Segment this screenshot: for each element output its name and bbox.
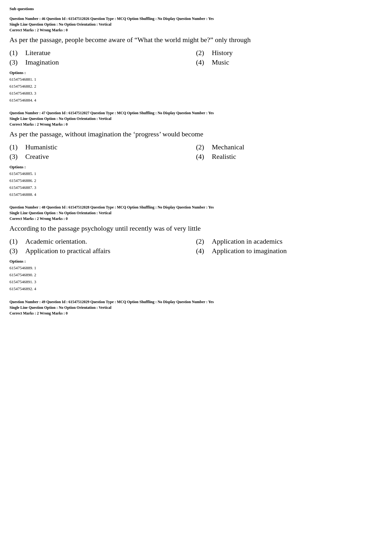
option-ids-q47: 61547546885. 161547546886. 261547546887.… bbox=[9, 170, 383, 198]
question-meta-q48: Question Number : 48 Question Id : 61547… bbox=[9, 204, 383, 216]
option-text-q48-2: Application to practical affairs bbox=[25, 247, 110, 255]
options-label-q47: Options : bbox=[9, 165, 383, 170]
option-num-q48-1: (2) bbox=[196, 237, 205, 246]
option-text-q47-1: Mechanical bbox=[212, 143, 244, 151]
page-header: Sub questions bbox=[9, 6, 383, 11]
option-item-q46-0: (1)Literatue bbox=[9, 49, 196, 57]
question-meta-q49: Question Number : 49 Question Id : 61547… bbox=[9, 299, 383, 310]
question-text-q46: As per the passage, people become aware … bbox=[9, 35, 383, 45]
options-grid-q46: (1)Literatue(2)History(3)Imagination(4)M… bbox=[9, 49, 383, 66]
option-text-q47-0: Humanistic bbox=[25, 143, 57, 151]
option-item-q47-3: (4)Realistic bbox=[196, 153, 383, 161]
options-label-q46: Options : bbox=[9, 70, 383, 75]
option-text-q48-1: Application in academics bbox=[212, 237, 283, 246]
option-item-q47-1: (2)Mechanical bbox=[196, 143, 383, 151]
options-grid-q48: (1)Academic orientation.(2)Application i… bbox=[9, 237, 383, 255]
option-num-q48-0: (1) bbox=[9, 237, 19, 246]
option-text-q46-0: Literatue bbox=[25, 49, 50, 57]
option-num-q46-1: (2) bbox=[196, 49, 205, 57]
options-label-q48: Options : bbox=[9, 259, 383, 264]
option-num-q47-3: (4) bbox=[196, 153, 205, 161]
question-meta-q46: Question Number : 46 Question Id : 61547… bbox=[9, 16, 383, 27]
option-item-q48-1: (2)Application in academics bbox=[196, 237, 383, 246]
option-text-q47-3: Realistic bbox=[212, 153, 236, 161]
option-item-q48-0: (1)Academic orientation. bbox=[9, 237, 196, 246]
option-num-q48-2: (3) bbox=[9, 247, 19, 255]
option-item-q46-2: (3)Imagination bbox=[9, 58, 196, 66]
question-text-q48: According to the passage psychology unti… bbox=[9, 224, 383, 234]
option-num-q47-2: (3) bbox=[9, 153, 19, 161]
options-grid-q47: (1)Humanistic(2)Mechanical(3)Creative(4)… bbox=[9, 143, 383, 161]
question-meta-q47: Question Number : 47 Question Id : 61547… bbox=[9, 110, 383, 122]
question-block-q47: Question Number : 47 Question Id : 61547… bbox=[9, 110, 383, 198]
option-text-q46-2: Imagination bbox=[25, 58, 59, 66]
marks-info-q46: Correct Marks : 2 Wrong Marks : 0 bbox=[9, 28, 383, 33]
marks-info-q49: Correct Marks : 2 Wrong Marks : 0 bbox=[9, 311, 383, 316]
marks-info-q48: Correct Marks : 2 Wrong Marks : 0 bbox=[9, 216, 383, 221]
option-item-q47-0: (1)Humanistic bbox=[9, 143, 196, 151]
option-text-q48-3: Application to imagination bbox=[212, 247, 287, 255]
question-block-q46: Question Number : 46 Question Id : 61547… bbox=[9, 16, 383, 104]
option-text-q48-0: Academic orientation. bbox=[25, 237, 87, 246]
option-text-q46-3: Music bbox=[212, 58, 229, 66]
question-block-q49: Question Number : 49 Question Id : 61547… bbox=[9, 299, 383, 316]
option-num-q48-3: (4) bbox=[196, 247, 205, 255]
option-item-q46-1: (2)History bbox=[196, 49, 383, 57]
option-item-q48-2: (3)Application to practical affairs bbox=[9, 247, 196, 255]
option-ids-q48: 61547546889. 161547546890. 261547546891.… bbox=[9, 265, 383, 292]
option-item-q47-2: (3)Creative bbox=[9, 153, 196, 161]
option-text-q46-1: History bbox=[212, 49, 233, 57]
option-num-q47-0: (1) bbox=[9, 143, 19, 151]
option-item-q48-3: (4)Application to imagination bbox=[196, 247, 383, 255]
question-text-q47: As per the passage, without imagination … bbox=[9, 129, 383, 139]
option-text-q47-2: Creative bbox=[25, 153, 49, 161]
question-block-q48: Question Number : 48 Question Id : 61547… bbox=[9, 204, 383, 292]
option-item-q46-3: (4)Music bbox=[196, 58, 383, 66]
option-num-q46-0: (1) bbox=[9, 49, 19, 57]
option-num-q46-3: (4) bbox=[196, 58, 205, 66]
option-num-q46-2: (3) bbox=[9, 58, 19, 66]
option-num-q47-1: (2) bbox=[196, 143, 205, 151]
option-ids-q46: 61547546881. 161547546882. 261547546883.… bbox=[9, 76, 383, 104]
marks-info-q47: Correct Marks : 2 Wrong Marks : 0 bbox=[9, 122, 383, 127]
